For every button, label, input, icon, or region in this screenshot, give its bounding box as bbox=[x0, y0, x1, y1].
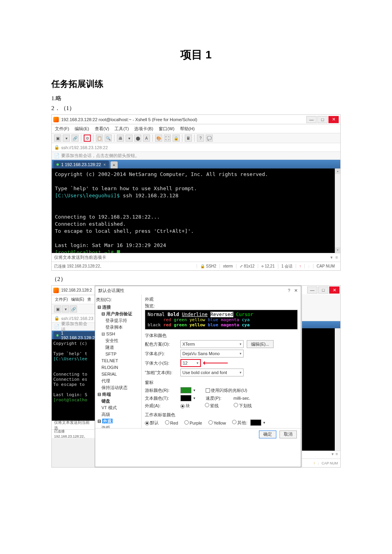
tab-purple-radio[interactable] bbox=[184, 420, 189, 425]
status-term: xterm bbox=[219, 264, 236, 268]
help-icon[interactable]: ? bbox=[197, 135, 204, 142]
color-icon[interactable]: ⬤ bbox=[134, 135, 141, 142]
menu-edit[interactable]: 编辑(E) bbox=[75, 126, 89, 132]
chevron-down-icon: ▾ bbox=[240, 342, 242, 346]
tip-icon[interactable]: 📄 bbox=[54, 153, 60, 158]
tree-item[interactable]: 边距 bbox=[96, 425, 141, 428]
screenshot-2: 192.168.23.128:2 文件(F)编辑(E)查 ▣▾🔗 🔒ssh://… bbox=[51, 285, 341, 468]
bold-combo[interactable]: Use bold color and font▾ bbox=[180, 369, 244, 376]
font-icon[interactable]: ▾ bbox=[126, 135, 133, 142]
menu-tabs[interactable]: 选项卡(B) bbox=[134, 126, 153, 132]
text-icon[interactable]: A bbox=[143, 135, 150, 142]
palette-icon[interactable]: 🎨 bbox=[155, 135, 162, 142]
close-button[interactable]: ✕ bbox=[329, 286, 339, 294]
tree-item[interactable]: 隧道 bbox=[96, 344, 141, 351]
tree-item[interactable]: SFTP bbox=[96, 351, 141, 357]
blink-checkbox[interactable] bbox=[206, 388, 210, 393]
link-icon[interactable]: 🔗 bbox=[71, 135, 79, 142]
term-prompt: [root@localhost ~]# bbox=[55, 249, 337, 253]
close-button[interactable]: ✕ bbox=[328, 116, 339, 123]
scroll-down-icon[interactable]: ▾ bbox=[335, 247, 340, 253]
new-session-icon[interactable]: ▣ bbox=[54, 135, 61, 142]
tree-item[interactable]: 登录提示符 bbox=[96, 317, 141, 324]
chat-icon[interactable]: 💬 bbox=[206, 135, 213, 142]
tree-item-selected[interactable]: ⊟ 外观 bbox=[96, 418, 141, 425]
tree-item[interactable]: 登录脚本 bbox=[96, 324, 141, 331]
menu-window[interactable]: 窗口(W) bbox=[159, 126, 174, 132]
category-tree[interactable]: 类别(C): ⊟ 连接 ⊟ 用户身份验证 登录提示符 登录脚本 ⊟ SSH 安全… bbox=[95, 295, 142, 428]
tab-default-radio[interactable] bbox=[145, 421, 149, 425]
status-conn: 已连接 192.168.23.128:22。 bbox=[54, 264, 197, 269]
annotation-arrow-icon bbox=[204, 363, 228, 363]
tree-item[interactable]: 安全性 bbox=[96, 337, 141, 344]
scrollbar[interactable] bbox=[335, 328, 340, 451]
minimize-button[interactable]: — bbox=[307, 286, 317, 294]
tree-item[interactable]: RLOGIN bbox=[96, 364, 141, 371]
tree-item[interactable]: ⊟ 用户身份验证 bbox=[96, 311, 141, 317]
shape-vline-radio[interactable] bbox=[205, 403, 209, 407]
tree-item[interactable]: SERIAL bbox=[96, 371, 141, 378]
tree-item[interactable]: 高级 bbox=[96, 411, 141, 418]
fontname-combo[interactable]: DejaVu Sans Mono▾ bbox=[180, 350, 244, 357]
tree-item[interactable]: TELNET bbox=[96, 357, 141, 364]
tab-red-radio[interactable] bbox=[165, 420, 169, 425]
fontsize-combo[interactable]: 12▾ bbox=[180, 359, 201, 367]
open-icon[interactable]: ▾ bbox=[63, 135, 70, 142]
address-bar[interactable]: 🔒 ssh://192.168.23.128:22 bbox=[52, 143, 340, 152]
chevron-down-icon: ▾ bbox=[240, 352, 242, 356]
lock-icon[interactable]: 🔒 bbox=[173, 135, 180, 142]
print-icon[interactable]: 🖶 bbox=[117, 135, 124, 142]
search-icon[interactable]: 🔍 bbox=[105, 135, 112, 142]
menu-file[interactable]: 文件(F) bbox=[55, 126, 69, 132]
ok-button[interactable]: 确定 bbox=[259, 430, 276, 438]
status-proto: 🔒 SSH2 bbox=[197, 264, 219, 268]
tree-item[interactable]: 保持活动状态 bbox=[96, 384, 141, 391]
tree-item[interactable]: ⊟ 终端 bbox=[96, 391, 141, 398]
scheme-combo[interactable]: XTerm▾ bbox=[180, 340, 244, 348]
copy-icon[interactable]: 📋 bbox=[96, 135, 103, 142]
scrollbar[interactable]: ▴ ▾ bbox=[335, 168, 340, 253]
maximize-button[interactable]: □ bbox=[318, 286, 328, 294]
tree-item[interactable]: VT 模式 bbox=[96, 404, 141, 411]
tab-close-icon[interactable]: × bbox=[103, 163, 106, 167]
category-label: 类别(C): bbox=[96, 296, 141, 303]
term-line: [C:\Users\leeguohui]$ ssh 192.168.23.128 bbox=[55, 192, 337, 199]
menu-tools[interactable]: 工具(T) bbox=[114, 126, 129, 132]
menu-help[interactable]: 帮助(H) bbox=[180, 126, 195, 132]
tree-item[interactable]: 键盘 bbox=[96, 398, 141, 404]
tab-other-radio[interactable] bbox=[232, 420, 236, 424]
group-title: 工作表标签颜色 bbox=[145, 412, 298, 418]
properties-icon[interactable]: ⚙ bbox=[84, 135, 91, 142]
menu-view[interactable]: 查看(V) bbox=[95, 126, 109, 132]
dialog-help-icon[interactable]: ? bbox=[288, 288, 290, 293]
dialog-close-icon[interactable]: ✕ bbox=[294, 288, 298, 293]
tree-item[interactable]: ⊟ SSH bbox=[96, 331, 141, 337]
preview-box: Normal Bold Underline Reversed Cursor re… bbox=[145, 310, 298, 329]
toolbar: ▣ ▾ 🔗 ⚙ 📋 🔍 🖶 ▾ ⬤ A 🎨 ⛶ 🔒 🖩 ? 💬 bbox=[52, 133, 340, 143]
status-pos: ⎆ 12,21 bbox=[258, 264, 278, 268]
terminal[interactable]: Copyright (c) 2002-2014 NetSarang Comput… bbox=[52, 168, 340, 253]
scroll-up-icon[interactable]: ▴ bbox=[335, 168, 340, 174]
minimize-button[interactable]: — bbox=[306, 116, 317, 123]
hamburger-icon[interactable]: ▾ ≡ bbox=[330, 255, 338, 260]
shape-block-radio[interactable] bbox=[180, 404, 185, 408]
send-label: 仅将文本发送到当前选项卡 bbox=[54, 255, 106, 260]
scheme-label: 配色方案(O): bbox=[145, 341, 177, 347]
tab-add-button[interactable]: + bbox=[111, 161, 118, 168]
tree-item[interactable]: ⊟ 连接 bbox=[96, 304, 141, 311]
tree-item[interactable]: 代理 bbox=[96, 378, 141, 384]
screenshot-1: 192.168.23.128:22 root@localhost:~ - Xsh… bbox=[51, 114, 341, 271]
fullscreen-icon[interactable]: ⛶ bbox=[164, 135, 171, 142]
send-bar[interactable]: 仅将文本发送到当前选项卡 ▾ ≡ bbox=[52, 253, 340, 262]
tab-yellow-radio[interactable] bbox=[208, 420, 213, 425]
maximize-button[interactable]: □ bbox=[317, 116, 328, 123]
text-color-picker[interactable] bbox=[180, 395, 191, 401]
tab-other-color-picker[interactable] bbox=[250, 419, 261, 426]
cursor-color-label: 游标颜色(R): bbox=[145, 387, 177, 393]
edit-button[interactable]: 编辑(E)... bbox=[247, 340, 274, 348]
calc-icon[interactable]: 🖩 bbox=[185, 135, 192, 142]
session-tab[interactable]: 1 192.168.23.128:22 × bbox=[53, 161, 109, 168]
shape-uline-radio[interactable] bbox=[234, 403, 238, 407]
cursor-color-picker[interactable] bbox=[180, 387, 191, 393]
cancel-button[interactable]: 取消 bbox=[279, 430, 297, 438]
